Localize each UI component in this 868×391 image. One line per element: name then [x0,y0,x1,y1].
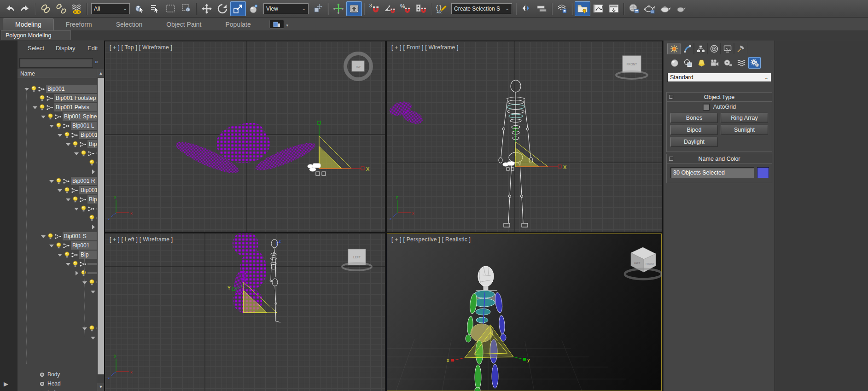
visibility-bulb-icon[interactable] [81,150,87,157]
curve-editor-icon[interactable] [590,1,606,16]
scene-explorer-toggle-icon[interactable] [575,1,590,16]
footsteps-gizmo-top[interactable]: X [317,121,370,172]
viewport-top[interactable]: X TOP y x z [ + ] [ Top ] [ Wireframe ] [105,41,385,232]
tab-motion-icon[interactable] [707,43,721,54]
expand-arrow-icon[interactable] [49,243,55,249]
visibility-bulb-icon[interactable] [31,86,37,93]
lights-icon[interactable] [695,57,707,69]
spinner-snap-icon[interactable] [414,1,429,16]
shapes-icon[interactable] [682,57,694,69]
viewport-left-label[interactable]: [ + ] [ Left ] [ Wireframe ] [110,236,173,243]
expand-arrow-icon[interactable] [41,233,47,239]
ribbon-config-button[interactable] [269,20,284,29]
tree-row[interactable]: Bip [17,250,97,259]
expand-arrow-icon[interactable] [90,169,96,175]
daylight-button[interactable]: Daylight [670,137,718,147]
expand-arrow-icon[interactable] [57,187,63,193]
select-and-rotate-icon[interactable] [215,1,230,16]
object-dot-icon[interactable] [39,381,45,387]
tree-row[interactable] [17,167,97,176]
tree-row[interactable]: Bip001 S [17,232,97,241]
viewport-perspective[interactable]: x y LEFT FRONT [ + ] [ Perspective ] [ R… [387,233,662,391]
name-color-rollout-header[interactable]: _ Name and Color [667,154,772,163]
select-object-icon[interactable] [132,1,147,16]
select-and-place-icon[interactable] [246,1,262,16]
tree-row[interactable]: Bip001 Pelvis [17,103,97,112]
visibility-bulb-icon[interactable] [56,123,62,129]
tree-row[interactable] [17,305,97,315]
explorer-search-input[interactable] [19,58,93,68]
expand-arrow-icon[interactable] [24,86,30,92]
viewcube-left[interactable]: LEFT [342,249,372,270]
expand-arrow-icon[interactable] [82,280,88,286]
visibility-bulb-icon[interactable] [47,233,53,240]
tree-row[interactable]: Bip001 [17,186,97,195]
footsteps-gizmo-perspective[interactable]: x y [447,325,530,363]
rectangular-selection-region-icon[interactable] [163,1,179,16]
visibility-bulb-icon[interactable] [89,215,95,222]
select-and-manipulate-icon[interactable] [331,1,346,16]
window-crossing-icon[interactable] [179,1,194,16]
viewcube-top[interactable]: TOP [345,53,371,79]
tab-create-icon[interactable] [667,43,681,54]
reference-coordinate-dropdown[interactable]: View⌄ [263,3,309,14]
tree-row[interactable] [17,149,97,158]
expand-arrow-icon[interactable] [65,197,71,203]
expand-arrow-icon[interactable] [74,270,80,276]
visibility-bulb-icon[interactable] [89,325,95,332]
use-pivot-point-center-icon[interactable] [310,1,326,16]
tab-display-icon[interactable] [721,43,734,54]
systems-icon[interactable] [748,57,761,69]
select-and-scale-icon[interactable] [230,1,246,16]
geometry-icon[interactable] [668,57,681,69]
expand-arrow-icon[interactable] [49,178,55,184]
selection-filter-dropdown[interactable]: All⌄ [91,3,130,14]
edit-named-selection-sets-icon[interactable]: { }ABC [434,1,449,16]
bind-to-space-warp-icon[interactable] [69,1,85,16]
align-icon[interactable] [534,1,550,16]
tree-row[interactable]: Body [17,370,97,379]
tree-row[interactable] [17,268,97,278]
tree-row[interactable]: Leftarm [17,388,97,391]
ring-array-button[interactable]: Ring Array [721,113,768,123]
object-name-field[interactable]: 30 Objects Selected [670,167,754,178]
viewport-front[interactable]: X FRONT y x z [ + ] [ Front ] [ Wirefram… [387,41,662,232]
select-and-move-icon[interactable] [199,1,215,16]
tab-utilities-icon[interactable] [734,43,747,54]
redo-icon[interactable] [17,1,33,16]
expand-arrow-icon[interactable] [49,123,55,129]
expand-arrow-icon[interactable] [90,224,96,230]
visibility-bulb-icon[interactable] [64,251,70,258]
viewport-front-label[interactable]: [ + ] [ Front ] [ Wireframe ] [391,44,459,51]
visibility-bulb-icon[interactable] [72,196,78,203]
select-and-link-icon[interactable] [38,1,53,16]
visibility-bulb-icon[interactable] [64,187,70,194]
select-by-name-icon[interactable] [147,1,163,16]
visibility-bulb-icon[interactable] [47,113,53,120]
tab-selection[interactable]: Selection [104,19,155,30]
explorer-menu-select[interactable]: Select [28,45,44,52]
explorer-menu-display[interactable]: Display [56,45,76,52]
tab-modeling[interactable]: Modeling [3,18,54,30]
visibility-bulb-icon[interactable] [56,242,62,249]
scroll-up-icon[interactable]: ▲ [97,69,105,77]
tree-row[interactable]: Bip [17,140,97,149]
visibility-bulb-icon[interactable] [64,132,70,139]
tree-row[interactable]: Bip001 Spine [17,112,97,121]
tree-row[interactable] [17,213,97,222]
explorer-scrollbar[interactable]: ▲ ▼ [97,69,104,391]
viewcube-front[interactable]: FRONT [616,56,647,79]
tree-row[interactable] [17,287,97,296]
tree-row[interactable] [17,259,97,268]
tree-row[interactable] [17,324,97,333]
cameras-icon[interactable] [708,57,721,69]
footsteps-front-wireframe[interactable] [388,99,425,127]
tree-row[interactable]: Bip [17,195,97,204]
autogrid-checkbox[interactable] [703,104,710,111]
tab-freeform[interactable]: Freeform [54,19,104,30]
tree-row[interactable] [17,361,97,370]
scrollbar-thumb[interactable] [98,78,105,374]
expand-arrow-icon[interactable] [57,252,63,258]
scroll-down-icon[interactable]: ▼ [97,383,105,391]
keyboard-shortcut-override-icon[interactable] [346,1,362,16]
